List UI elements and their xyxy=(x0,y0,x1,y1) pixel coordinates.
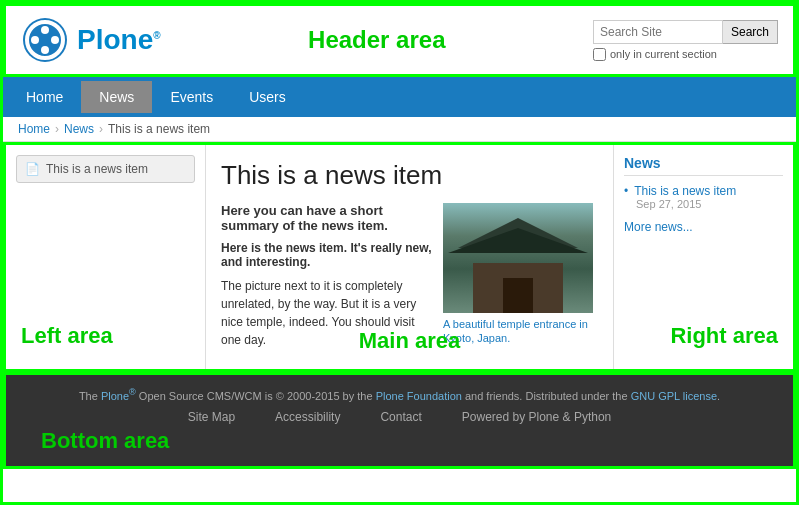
search-area: Search only in current section xyxy=(593,20,778,61)
right-news-item-title[interactable]: • This is a news item xyxy=(624,184,783,198)
left-nav-item[interactable]: 📄 This is a news item xyxy=(16,155,195,183)
footer-sitemap-link[interactable]: Site Map xyxy=(188,410,235,424)
header-area-label: Header area xyxy=(308,26,445,54)
footer-and-span: and friends. Distributed under the xyxy=(465,390,628,402)
breadcrumb-sep2: › xyxy=(99,122,103,136)
footer-and-text: and friends. Distributed under the xyxy=(465,390,631,402)
breadcrumb-sep1: › xyxy=(55,122,59,136)
main-area: This is a news item Here you can have a … xyxy=(206,145,613,369)
breadcrumb-current: This is a news item xyxy=(108,122,210,136)
right-news-item-date: Sep 27, 2015 xyxy=(636,198,783,210)
footer-copyright: The Plone® Open Source CMS/WCM is © 2000… xyxy=(26,387,773,402)
search-input[interactable] xyxy=(593,20,723,44)
nav-item-users[interactable]: Users xyxy=(231,81,304,113)
right-area: News • This is a news item Sep 27, 2015 … xyxy=(613,145,793,369)
logo-text: Plone® xyxy=(77,24,161,56)
search-button[interactable]: Search xyxy=(723,20,778,44)
logo-area: Plone® xyxy=(21,16,161,64)
search-row: Search xyxy=(593,20,778,44)
header-section: Plone® Header area Search only in curren… xyxy=(3,3,796,77)
news-body1: Here is the news item. It's really new, … xyxy=(221,241,433,269)
temple-gate-decoration xyxy=(503,278,533,313)
footer-contact-link[interactable]: Contact xyxy=(380,410,421,424)
svg-point-5 xyxy=(51,36,59,44)
right-news-heading: News xyxy=(624,155,783,176)
navigation-bar: Home News Events Users xyxy=(3,77,796,117)
svg-point-4 xyxy=(31,36,39,44)
news-summary: Here you can have a short summary of the… xyxy=(221,203,433,233)
more-news-link[interactable]: More news... xyxy=(624,220,783,234)
svg-point-3 xyxy=(41,46,49,54)
nav-item-home[interactable]: Home xyxy=(8,81,81,113)
footer-powered-link[interactable]: Powered by Plone & Python xyxy=(462,410,611,424)
search-section-text: only in current section xyxy=(610,48,717,60)
main-area-label: Main area xyxy=(359,328,461,354)
temple-roof2-decoration xyxy=(448,228,588,253)
right-news-item-title-text: This is a news item xyxy=(634,184,736,198)
bottom-area-label: Bottom area xyxy=(26,424,773,454)
logo-plone-word: Plone xyxy=(77,24,153,55)
breadcrumb: Home › News › This is a news item xyxy=(3,117,796,142)
svg-point-0 xyxy=(23,18,67,62)
news-item-title: This is a news item xyxy=(221,160,598,191)
left-area-label: Left area xyxy=(21,323,113,349)
footer-section: The Plone® Open Source CMS/WCM is © 2000… xyxy=(3,372,796,469)
footer-license-link[interactable]: GNU GPL license xyxy=(631,390,717,402)
left-area: 📄 This is a news item Left area xyxy=(6,145,206,369)
footer-period: . xyxy=(717,390,720,402)
logo-sup: ® xyxy=(153,30,160,41)
bullet-icon: • xyxy=(624,184,628,198)
footer-foundation-link[interactable]: Plone Foundation xyxy=(376,390,462,402)
footer-plone-sup: ® xyxy=(129,387,136,397)
search-section-option: only in current section xyxy=(593,48,717,61)
footer-accessibility-link[interactable]: Accessibility xyxy=(275,410,340,424)
breadcrumb-news[interactable]: News xyxy=(64,122,94,136)
news-image-area: A beautiful temple entrance in Kyoto, Ja… xyxy=(443,203,598,349)
footer-cms-text: Open Source CMS/WCM is © 2000-2015 by th… xyxy=(139,390,373,402)
right-news-item: • This is a news item Sep 27, 2015 xyxy=(624,184,783,210)
plone-logo-icon xyxy=(21,16,69,64)
nav-item-news[interactable]: News xyxy=(81,81,152,113)
temple-image xyxy=(443,203,593,313)
svg-point-2 xyxy=(41,26,49,34)
image-caption: A beautiful temple entrance in Kyoto, Ja… xyxy=(443,317,598,346)
nav-item-events[interactable]: Events xyxy=(152,81,231,113)
left-nav-item-label: This is a news item xyxy=(46,162,148,176)
footer-plone-link[interactable]: Plone® xyxy=(101,390,136,402)
content-wrapper: 📄 This is a news item Left area This is … xyxy=(3,142,796,372)
search-section-checkbox[interactable] xyxy=(593,48,606,61)
right-area-label: Right area xyxy=(670,323,778,349)
footer-links: Site Map Accessibility Contact Powered b… xyxy=(26,410,773,424)
footer-the: The xyxy=(79,390,98,402)
footer-plone-text: Plone xyxy=(101,390,129,402)
breadcrumb-home[interactable]: Home xyxy=(18,122,50,136)
document-icon: 📄 xyxy=(25,162,40,176)
